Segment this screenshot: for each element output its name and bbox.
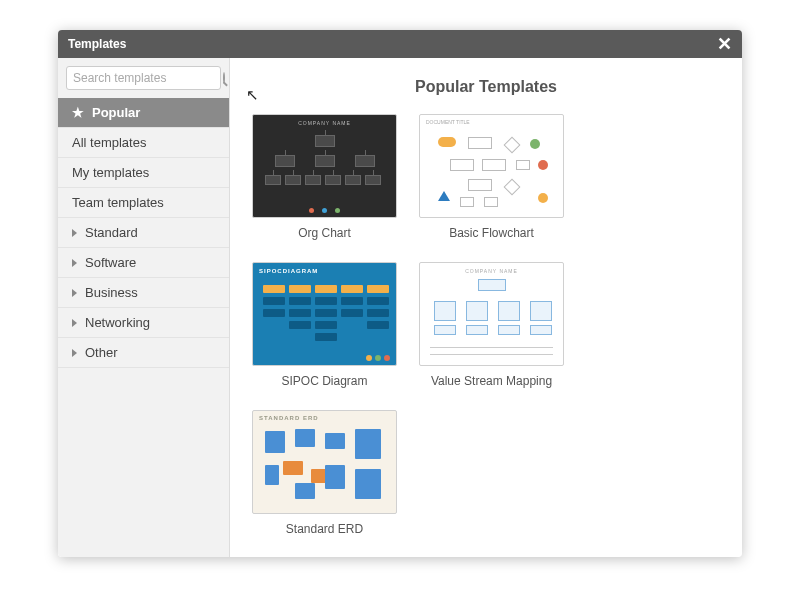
template-card-basic-flowchart[interactable]: DOCUMENT TITLE [419,114,564,240]
search-icon [223,72,225,84]
template-label: Standard ERD [252,522,397,536]
template-thumbnail: STANDARD ERD [252,410,397,514]
sidebar-item-other[interactable]: Other [58,338,229,368]
template-thumbnail: DOCUMENT TITLE [419,114,564,218]
search-input[interactable] [73,71,223,85]
sidebar-list: ★ Popular All templates My templates Tea… [58,98,229,368]
sidebar-item-business[interactable]: Business [58,278,229,308]
main-heading: Popular Templates [252,78,720,96]
search-wrap [58,58,229,98]
sidebar-item-all-templates[interactable]: All templates [58,128,229,158]
sidebar-item-label: Other [85,345,118,360]
sidebar-item-networking[interactable]: Networking [58,308,229,338]
sidebar-item-popular[interactable]: ★ Popular [58,98,229,128]
caret-icon [72,229,77,237]
sidebar-item-label: Standard [85,225,138,240]
caret-icon [72,289,77,297]
caret-icon [72,319,77,327]
sidebar-item-label: Software [85,255,136,270]
template-label: Value Stream Mapping [419,374,564,388]
close-icon[interactable]: ✕ [717,35,732,53]
template-label: Org Chart [252,226,397,240]
template-card-value-stream-mapping[interactable]: COMPANY NAME Value Stream Mapping [419,262,564,388]
titlebar-title: Templates [68,37,126,51]
template-card-standard-erd[interactable]: STANDARD ERD Standard ERD [252,410,397,536]
sidebar-item-label: Team templates [72,195,164,210]
sidebar-item-team-templates[interactable]: Team templates [58,188,229,218]
sidebar-item-label: Business [85,285,138,300]
caret-icon [72,349,77,357]
sidebar: ★ Popular All templates My templates Tea… [58,58,230,557]
modal-body: ★ Popular All templates My templates Tea… [58,58,742,557]
sidebar-item-label: Networking [85,315,150,330]
template-label: SIPOC Diagram [252,374,397,388]
template-grid: COMPANY NAME Org Chart [252,114,720,536]
sidebar-item-my-templates[interactable]: My templates [58,158,229,188]
search-field[interactable] [66,66,221,90]
sidebar-item-software[interactable]: Software [58,248,229,278]
template-label: Basic Flowchart [419,226,564,240]
sidebar-item-label: My templates [72,165,149,180]
sidebar-item-label: Popular [92,105,140,120]
star-icon: ★ [72,105,84,120]
templates-modal: Templates ✕ ★ Popular All templates [58,30,742,557]
sidebar-item-label: All templates [72,135,146,150]
template-thumbnail: SIPOCDIAGRAM [252,262,397,366]
template-thumbnail: COMPANY NAME [419,262,564,366]
caret-icon [72,259,77,267]
main-panel: ↖ Popular Templates COMPANY NAME [230,58,742,557]
template-thumbnail: COMPANY NAME [252,114,397,218]
titlebar: Templates ✕ [58,30,742,58]
template-card-org-chart[interactable]: COMPANY NAME Org Chart [252,114,397,240]
template-card-sipoc-diagram[interactable]: SIPOCDIAGRAM [252,262,397,388]
sidebar-item-standard[interactable]: Standard [58,218,229,248]
